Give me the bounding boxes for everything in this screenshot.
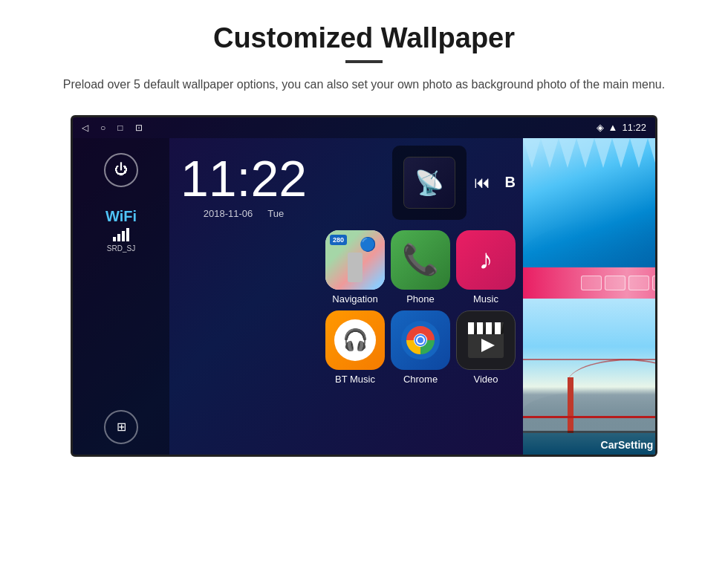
nav-buttons: ◁ ○ □ ⊡ (82, 123, 143, 133)
carsetting-row (523, 267, 657, 299)
recents-button[interactable]: □ (117, 123, 123, 133)
signal-icon: ▲ (608, 122, 618, 133)
sidebar: ⏻ WiFi SRD_SJ (73, 138, 169, 457)
radio-icon: 📡 (403, 157, 455, 209)
app-grid: 280 🔵 Navigation 📞 Phone ♪ (325, 227, 516, 388)
svg-point-4 (417, 337, 423, 343)
clock-display: 11:22 (622, 122, 646, 133)
sidebar-top: ⏻ WiFi SRD_SJ (104, 153, 138, 253)
app-btmusic[interactable]: 🎧 BT Music (325, 310, 385, 385)
spike-7 (630, 138, 648, 168)
title-divider (345, 60, 383, 63)
video-svg (465, 319, 507, 361)
nav-pin: 🔵 (360, 236, 376, 253)
wifi-info: WiFi SRD_SJ (105, 208, 137, 253)
carsetting-label: CarSetting (601, 439, 654, 451)
radio-widget[interactable]: 📡 (392, 146, 467, 220)
wallpaper-ice[interactable] (523, 138, 657, 299)
center-area: 📡 ⏮ B (318, 138, 523, 457)
video-label: Video (473, 374, 498, 385)
sidebar-bottom: ⊞ (104, 410, 138, 444)
main-content: ⏻ WiFi SRD_SJ (73, 138, 655, 457)
app-video[interactable]: Video (456, 310, 516, 385)
clock-area: 11:22 2018-11-06 Tue (169, 138, 318, 457)
nav-road (348, 253, 363, 282)
btmusic-label: BT Music (335, 374, 375, 385)
phone-label: Phone (406, 293, 435, 305)
apps-grid-button[interactable]: ⊞ (104, 410, 138, 444)
navigation-icon: 280 🔵 (325, 230, 385, 290)
android-screen: ◁ ○ □ ⊡ ◈ ▲ 11:22 ⏻ Wi (71, 115, 657, 457)
clock-date: 2018-11-06 Tue (204, 208, 284, 219)
navigation-label: Navigation (332, 293, 377, 305)
clock-time: 11:22 (181, 153, 307, 204)
clock-date-value: 2018-11-06 (204, 208, 253, 219)
bridge-cable-right (523, 359, 657, 418)
wallpaper-panel: CarSetting (523, 138, 657, 457)
music-controls: ⏮ B (474, 173, 516, 192)
wifi-label: WiFi (105, 208, 137, 225)
wifi-bars (113, 228, 129, 241)
spike-4 (576, 138, 594, 168)
wallpaper-bridge[interactable]: CarSetting (523, 299, 657, 457)
screenshot-button[interactable]: ⊡ (135, 123, 143, 133)
clock-day-value: Tue (267, 208, 284, 219)
back-button[interactable]: ◁ (82, 123, 88, 133)
btmusic-icon: 🎧 (325, 310, 385, 370)
phone-icon: 📞 (391, 230, 450, 290)
track-label: B (505, 174, 516, 191)
cs-icon-3 (628, 276, 649, 290)
page-title: Customized Wallpaper (30, 22, 698, 54)
wifi-ssid: SRD_SJ (107, 244, 135, 253)
spike-1 (523, 138, 541, 168)
bridge-scene-bg: CarSetting (523, 299, 657, 457)
svg-rect-8 (477, 322, 483, 334)
home-button[interactable]: ○ (100, 123, 105, 133)
chrome-label: Chrome (403, 374, 438, 385)
bluetooth-icon: 🎧 (334, 319, 376, 361)
chrome-svg (401, 321, 440, 359)
cs-icon-1 (581, 276, 602, 290)
spike-8 (648, 138, 657, 168)
app-music[interactable]: ♪ Music (456, 230, 516, 305)
status-bar: ◁ ○ □ ⊡ ◈ ▲ 11:22 (73, 117, 655, 138)
page-description: Preload over 5 default wallpaper options… (59, 75, 669, 94)
ice-spikes (523, 138, 657, 168)
cs-icon-4 (652, 276, 657, 290)
wifi-bar-2 (117, 234, 120, 241)
device-container: ◁ ○ □ ⊡ ◈ ▲ 11:22 ⏻ Wi (30, 115, 698, 457)
spike-6 (612, 138, 630, 168)
video-icon (456, 310, 516, 370)
cs-icon-2 (605, 276, 625, 290)
spike-5 (594, 138, 612, 168)
wifi-bar-1 (113, 237, 116, 241)
location-icon: ◈ (597, 122, 604, 133)
svg-rect-9 (486, 322, 492, 334)
status-bar-right: ◈ ▲ 11:22 (597, 122, 646, 133)
power-button[interactable]: ⏻ (104, 153, 138, 187)
nav-badge: 280 (330, 235, 347, 245)
spike-2 (541, 138, 559, 168)
chrome-icon (391, 310, 450, 370)
wifi-bar-4 (126, 228, 129, 241)
spike-3 (559, 138, 576, 168)
svg-rect-7 (468, 322, 474, 334)
app-chrome[interactable]: Chrome (391, 310, 450, 385)
page-wrapper: Customized Wallpaper Preload over 5 defa… (0, 0, 728, 472)
ice-cave-bg (523, 138, 657, 299)
svg-rect-10 (495, 322, 501, 334)
app-phone[interactable]: 📞 Phone (391, 230, 450, 305)
top-widgets: 📡 ⏮ B (325, 146, 516, 220)
prev-track-icon[interactable]: ⏮ (474, 173, 490, 192)
wifi-bar-3 (122, 231, 125, 241)
carsetting-icons (581, 276, 657, 290)
music-icon: ♪ (456, 230, 516, 290)
carsetting-label-area: CarSetting (523, 431, 657, 457)
music-label: Music (473, 293, 498, 305)
app-navigation[interactable]: 280 🔵 Navigation (325, 230, 385, 305)
